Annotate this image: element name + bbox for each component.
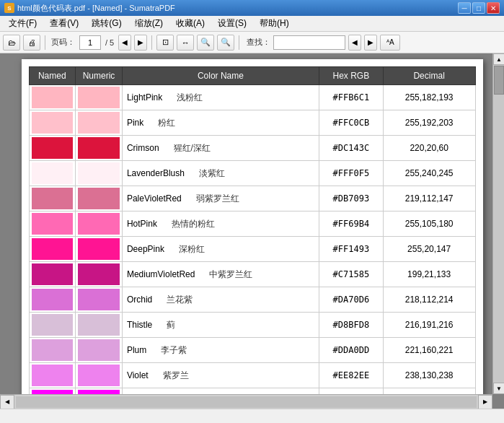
vertical-scrollbar[interactable]: ▲ ▼: [492, 53, 504, 394]
hex-cell: #DDA0DD: [319, 338, 383, 363]
scroll-up-button[interactable]: ▲: [493, 53, 504, 65]
color-name-en: MediumVioletRed: [127, 269, 195, 279]
font-size-button[interactable]: ᴬA: [380, 35, 400, 51]
named-swatch-cell: [29, 110, 76, 136]
scroll-down-button[interactable]: ▼: [493, 383, 504, 394]
numeric-color-swatch: [78, 365, 120, 386]
table-row: Violet 紫罗兰#EE82EE238,130,238: [29, 363, 475, 388]
table-row: Pink 粉红#FFC0CB255,192,203: [29, 110, 475, 136]
numeric-color-swatch: [78, 112, 120, 134]
color-name-cell: Violet 紫罗兰: [122, 363, 319, 388]
menu-help[interactable]: 帮助(H): [254, 16, 295, 31]
named-swatch-cell: [29, 313, 76, 338]
numeric-color-swatch: [78, 263, 120, 285]
numeric-color-swatch: [78, 213, 120, 235]
menu-view[interactable]: 查看(V): [44, 16, 84, 31]
print-button[interactable]: 🖨: [23, 35, 40, 51]
numeric-swatch-cell: [76, 85, 123, 110]
main-content-area: Named Numeric Color Name Hex RGB Decimal…: [0, 53, 504, 409]
prev-page-button[interactable]: ◀: [118, 35, 131, 51]
hex-cell: #C71585: [319, 262, 383, 287]
decimal-cell: 255,192,203: [383, 110, 475, 136]
numeric-color-swatch: [78, 238, 120, 260]
color-name-zh: 粉红: [149, 118, 175, 128]
named-swatch-cell: [29, 338, 76, 363]
numeric-swatch-cell: [76, 136, 123, 161]
color-name-en: DeepPink: [127, 244, 164, 254]
numeric-swatch-cell: [76, 363, 123, 388]
search-input[interactable]: [273, 35, 345, 50]
numeric-color-swatch: [78, 137, 120, 159]
numeric-swatch-cell: [76, 338, 123, 363]
menu-goto[interactable]: 跳转(G): [86, 16, 127, 31]
table-row: DeepPink 深粉红#FF1493255,20,147: [29, 237, 475, 262]
toolbar: 🗁 🖨 页码： / 5 ◀ ▶ ⊡ ↔ 🔍 🔍 查找： ◀ ▶ ᴬA: [0, 32, 504, 53]
decimal-cell: 199,21,133: [383, 262, 475, 287]
named-swatch-cell: [29, 136, 76, 161]
app-icon: S: [4, 3, 14, 13]
color-name-cell: Plum 李子紫: [122, 338, 319, 363]
scroll-right-button[interactable]: ▶: [478, 395, 492, 409]
page-input[interactable]: [79, 35, 101, 50]
color-name-zh: 热情的粉红: [163, 219, 215, 229]
minimize-button[interactable]: ─: [458, 2, 471, 14]
color-name-cell: Orchid 兰花紫: [122, 287, 319, 313]
table-row: LavenderBlush 淡紫红#FFF0F5255,240,245: [29, 161, 475, 186]
color-name-zh: 蓟: [158, 320, 175, 330]
hex-cell: #FFC0CB: [319, 110, 383, 136]
numeric-color-swatch: [78, 188, 120, 209]
horizontal-scrollbar[interactable]: ◀ ▶: [0, 394, 492, 409]
decimal-cell: 220,20,60: [383, 136, 475, 161]
page-label: 页码：: [50, 37, 76, 48]
color-name-cell: Crimson 猩红/深红: [122, 136, 319, 161]
color-name-en: Crimson: [127, 143, 159, 153]
zoom-fit-page[interactable]: ⊡: [156, 35, 174, 51]
hex-cell: #DC143C: [319, 136, 383, 161]
maximize-button[interactable]: □: [472, 2, 485, 14]
color-name-en: Thistle: [127, 320, 152, 330]
table-row: HotPink 热情的粉红#FF69B4255,105,180: [29, 212, 475, 237]
numeric-color-swatch: [78, 339, 120, 361]
title-controls[interactable]: ─ □ ✕: [458, 2, 500, 14]
search-next-button[interactable]: ▶: [364, 35, 377, 51]
window-title: html颜色代码表.pdf - [Named] - SumatraPDF: [17, 3, 175, 14]
scroll-track[interactable]: [493, 65, 504, 383]
menu-bar: 文件(F) 查看(V) 跳转(G) 缩放(Z) 收藏(A) 设置(S) 帮助(H…: [0, 16, 504, 32]
scroll-thumb[interactable]: [494, 66, 504, 95]
color-name-en: Pink: [127, 118, 143, 128]
color-name-cell: PaleVioletRed 弱紫罗兰红: [122, 186, 319, 212]
search-prev-button[interactable]: ◀: [348, 35, 361, 51]
numeric-color-swatch: [78, 162, 120, 184]
menu-settings[interactable]: 设置(S): [212, 16, 252, 31]
decimal-cell: 219,112,147: [383, 186, 475, 212]
numeric-swatch-cell: [76, 212, 123, 237]
title-bar: S html颜色代码表.pdf - [Named] - SumatraPDF ─…: [0, 0, 504, 16]
color-name-zh: 猩红/深红: [165, 143, 211, 153]
toolbar-separator-2: [151, 35, 152, 50]
zoom-in[interactable]: 🔍: [217, 35, 234, 51]
table-row: PaleVioletRed 弱紫罗兰红#DB7093219,112,147: [29, 186, 475, 212]
color-name-en: LightPink: [127, 92, 162, 103]
color-name-en: Orchid: [127, 295, 152, 305]
numeric-color-swatch: [78, 314, 120, 336]
named-color-swatch: [32, 162, 74, 184]
scroll-left-button[interactable]: ◀: [0, 395, 14, 409]
menu-favorites[interactable]: 收藏(A): [170, 16, 211, 31]
hex-cell: #DB7093: [319, 186, 383, 212]
named-swatch-cell: [29, 186, 76, 212]
color-name-zh: 浅粉红: [168, 92, 203, 103]
zoom-fit-width[interactable]: ↔: [177, 35, 194, 51]
open-button[interactable]: 🗁: [3, 35, 20, 51]
menu-file[interactable]: 文件(F): [3, 16, 43, 31]
named-color-swatch: [32, 87, 74, 108]
color-name-cell: HotPink 热情的粉红: [122, 212, 319, 237]
zoom-out[interactable]: 🔍: [197, 35, 214, 51]
numeric-swatch-cell: [76, 287, 123, 313]
title-bar-left: S html颜色代码表.pdf - [Named] - SumatraPDF: [4, 3, 175, 14]
table-row: MediumVioletRed 中紫罗兰红#C71585199,21,133: [29, 262, 475, 287]
close-button[interactable]: ✕: [487, 2, 500, 14]
next-page-button[interactable]: ▶: [134, 35, 147, 51]
hex-cell: #FF69B4: [319, 212, 383, 237]
menu-zoom[interactable]: 缩放(Z): [129, 16, 169, 31]
named-color-swatch: [32, 238, 74, 260]
